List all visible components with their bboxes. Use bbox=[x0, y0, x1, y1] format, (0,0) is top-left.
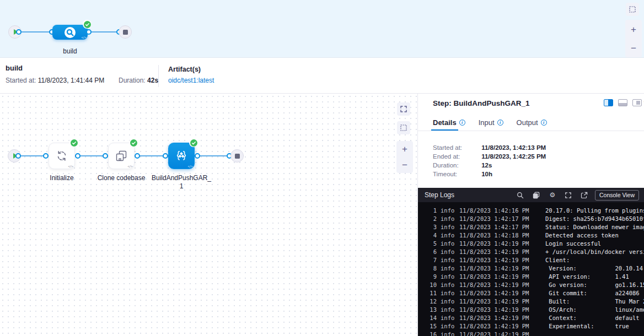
divider bbox=[158, 65, 159, 87]
log-line: 3info11/8/2023 1:42:17 PMStatus: Downloa… bbox=[418, 223, 644, 231]
selection-icon bbox=[400, 124, 407, 132]
step-logs-console: Step Logs ⚙ bbox=[418, 188, 644, 336]
layout-minimized-icon[interactable] bbox=[632, 99, 642, 106]
gar-icon bbox=[174, 148, 189, 164]
log-line: 8info11/8/2023 1:42:19 PM Version: 20.10… bbox=[418, 264, 644, 273]
console-toolbar: ⚙ bbox=[517, 191, 588, 199]
success-check-icon bbox=[129, 138, 138, 147]
log-line: 5info11/8/2023 1:42:19 PMLogin successfu… bbox=[418, 240, 644, 248]
log-line: 10info11/8/2023 1:42:19 PM Go version: g… bbox=[418, 281, 644, 289]
band-zoom-controls: + − bbox=[625, 20, 642, 57]
stage-duration: Duration: 42s bbox=[119, 77, 158, 84]
stop-icon bbox=[123, 30, 128, 35]
log-line: 11info11/8/2023 1:42:19 PM Git commit: a… bbox=[418, 289, 644, 297]
stage-end-node[interactable] bbox=[119, 25, 132, 39]
exec-end-node[interactable] bbox=[230, 149, 244, 162]
stage-node-build[interactable]: </> bbox=[52, 25, 88, 40]
step-node-initialize[interactable]: </> bbox=[49, 143, 75, 169]
connector-port bbox=[163, 153, 168, 159]
connector-port bbox=[135, 153, 140, 159]
stage-graph-band: </> build + − bbox=[0, 0, 644, 58]
tab-details[interactable]: Details i bbox=[433, 118, 465, 127]
artifacts-label: Artifact(s) bbox=[168, 66, 201, 73]
log-line: 1info11/8/2023 1:42:16 PM20.17.0: Pullin… bbox=[418, 207, 644, 215]
log-line: 9info11/8/2023 1:42:19 PM API version: 1… bbox=[418, 273, 644, 281]
success-check-icon bbox=[69, 138, 78, 147]
clone-icon bbox=[115, 149, 128, 162]
artifact-link[interactable]: oidc/test1:latest bbox=[168, 77, 214, 84]
layout-bottom-icon[interactable] bbox=[618, 99, 627, 106]
fullscreen-icon bbox=[400, 105, 407, 113]
log-line: 13info11/8/2023 1:42:19 PM OS/Arch: linu… bbox=[418, 306, 644, 314]
refresh-icon bbox=[55, 149, 68, 162]
layout-right-icon[interactable] bbox=[604, 99, 613, 106]
copy-icon[interactable] bbox=[533, 191, 540, 199]
execution-graph-canvas[interactable]: </> Initialize </> Clone codebase bbox=[0, 94, 417, 336]
step-tabs: Details i Input i Output i bbox=[433, 118, 547, 127]
divider bbox=[418, 131, 644, 131]
pipeline-execution-page: </> build + − build Started at: 11/8/202… bbox=[0, 0, 644, 336]
step-details-panel: Step: BuildAndPushGAR_1 − Details i Inpu… bbox=[417, 94, 644, 336]
code-glyph: </> bbox=[128, 165, 132, 168]
canvas-fullscreen-button[interactable] bbox=[397, 102, 410, 116]
stage-info-bar: build Started at: 11/8/2023, 1:41:44 PM … bbox=[0, 58, 644, 94]
stage-started: Started at: 11/8/2023, 1:41:44 PM bbox=[6, 77, 104, 84]
step-label-initialize[interactable]: Initialize bbox=[31, 174, 92, 182]
stage-title: build bbox=[6, 64, 23, 72]
connector-port bbox=[15, 153, 21, 159]
log-body[interactable]: 1info11/8/2023 1:42:16 PM20.17.0: Pullin… bbox=[418, 202, 644, 336]
step-label-clone-codebase[interactable]: Clone codebase bbox=[91, 174, 152, 182]
connector-port bbox=[195, 153, 200, 159]
console-view-button[interactable]: Console View bbox=[595, 190, 639, 200]
log-line: 7info11/8/2023 1:42:19 PMClient: bbox=[418, 256, 644, 264]
log-line: 15info11/8/2023 1:42:19 PM Experimental:… bbox=[418, 322, 644, 330]
log-line: 14info11/8/2023 1:42:19 PM Context: defa… bbox=[418, 314, 644, 322]
step-node-clone-codebase[interactable]: </> bbox=[108, 143, 135, 169]
log-line: 2info11/8/2023 1:42:17 PMDigest: sha256:… bbox=[418, 215, 644, 223]
success-check-icon bbox=[189, 138, 198, 147]
selection-icon bbox=[629, 6, 636, 13]
canvas-selection-tool-button[interactable] bbox=[397, 121, 410, 134]
code-glyph: </> bbox=[188, 165, 192, 168]
log-line: 16info11/8/2023 1:42:19 PM bbox=[418, 330, 644, 336]
info-icon[interactable]: i bbox=[541, 120, 547, 126]
band-selection-tool-button[interactable] bbox=[626, 3, 639, 16]
detail-started-at: Started at: 11/8/2023, 1:42:13 PM bbox=[433, 144, 546, 151]
fullscreen-icon[interactable] bbox=[565, 191, 572, 199]
info-icon[interactable]: i bbox=[497, 120, 503, 126]
success-check-icon bbox=[83, 20, 92, 29]
log-line: 4info11/8/2023 1:42:18 PMDetected access… bbox=[418, 231, 644, 240]
step-panel-title: Step: BuildAndPushGAR_1 bbox=[433, 99, 530, 107]
zoom-out-button[interactable]: − bbox=[631, 44, 636, 53]
log-line: 6info11/8/2023 1:42:19 PM+ /usr/local/bi… bbox=[418, 248, 644, 256]
step-node-build-and-push-gar[interactable]: </> bbox=[168, 143, 195, 169]
detail-timeout: Timeout: 10h bbox=[433, 171, 492, 177]
search-icon[interactable] bbox=[517, 191, 524, 199]
connector-port bbox=[103, 153, 108, 159]
code-glyph: </> bbox=[82, 36, 86, 39]
canvas-zoom-controls: + − bbox=[396, 141, 413, 173]
zoom-in-button[interactable]: + bbox=[631, 25, 636, 34]
tab-input[interactable]: Input i bbox=[479, 118, 503, 127]
step-label-build-and-push-gar[interactable]: BuildAndPushGAR_1 bbox=[151, 174, 212, 191]
connector-port bbox=[43, 153, 49, 159]
stage-label[interactable]: build bbox=[52, 47, 88, 55]
connector-port bbox=[16, 29, 22, 35]
info-icon[interactable]: i bbox=[459, 120, 465, 126]
connector-port bbox=[75, 153, 80, 159]
log-line: 12info11/8/2023 1:42:19 PM Built: Thu Ma… bbox=[418, 297, 644, 306]
zoom-in-button[interactable]: + bbox=[402, 144, 407, 154]
detail-ended-at: Ended at: 11/8/2023, 1:42:25 PM bbox=[433, 153, 546, 160]
ci-stage-icon bbox=[65, 27, 76, 38]
external-link-icon[interactable] bbox=[581, 191, 588, 199]
gear-icon[interactable]: ⚙ bbox=[549, 191, 556, 199]
code-glyph: </> bbox=[68, 165, 73, 168]
tab-output[interactable]: Output i bbox=[517, 118, 547, 127]
connector-port bbox=[86, 29, 92, 35]
stop-icon bbox=[235, 154, 240, 159]
console-header: Step Logs ⚙ bbox=[418, 188, 644, 202]
console-title: Step Logs bbox=[425, 191, 454, 199]
detail-duration: Duration: 12s bbox=[433, 162, 492, 169]
zoom-out-button[interactable]: − bbox=[402, 160, 407, 170]
